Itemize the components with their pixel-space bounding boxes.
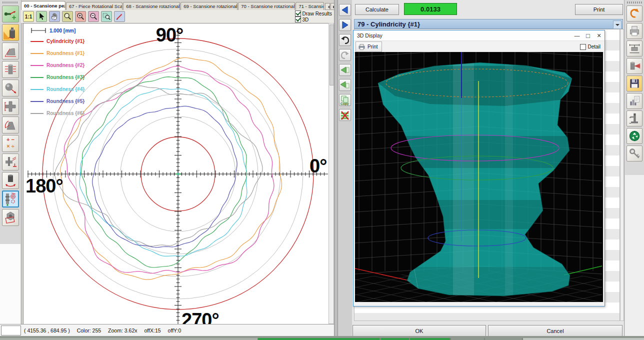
results-panel: Calculate 0.0133 Print 79 - Cylindricity… (352, 0, 624, 338)
angle-measure-icon[interactable] (2, 116, 19, 134)
chevron-down-icon[interactable] (613, 20, 622, 29)
taskbar-segment[interactable] (523, 338, 644, 340)
insert-after-icon (340, 80, 350, 90)
zoom-in-button[interactable] (75, 11, 86, 22)
minimize-button[interactable]: — (572, 31, 582, 40)
legend-label: Roundness {#1} (46, 50, 84, 56)
zoom-1-1-button[interactable]: 1:1 (23, 11, 34, 22)
tolerance-icon[interactable] (2, 154, 19, 170)
dialog-print-button[interactable]: Print (356, 42, 382, 52)
tab-scansione-rotazionale-4[interactable]: 70 - Scansione rotazionale {#4} (238, 2, 295, 10)
legend-roundness-2[interactable]: Roundness {#2} (30, 62, 84, 68)
nav-back-button[interactable] (339, 4, 351, 16)
pan-hand-button[interactable] (49, 11, 60, 22)
redo-action-icon[interactable] (626, 6, 642, 22)
legend-roundness-4[interactable]: Roundness {#4} (30, 86, 84, 92)
calculate-button[interactable]: Calculate (355, 4, 399, 15)
status-offx: offX:15 (144, 328, 160, 334)
left-toolbar: + − × ÷ (0, 0, 22, 324)
legend-label: Roundness {#6} (46, 110, 84, 116)
undo-button[interactable] (339, 34, 351, 46)
tab-scansione-rotazionale-3[interactable]: 69 - Scansione rotazionale {#3} (180, 2, 238, 10)
zoom-out-button[interactable] (88, 11, 99, 22)
reference-measure-icon[interactable] (2, 6, 19, 22)
dimension-icon[interactable] (626, 40, 642, 56)
nut-measure-icon[interactable] (2, 209, 19, 226)
refresh-rotation-icon[interactable] (626, 128, 642, 144)
print-tool-icon[interactable] (626, 23, 642, 39)
panel-splitter[interactable] (334, 0, 338, 336)
legend-swatch (30, 53, 44, 54)
measure-line-button[interactable] (114, 11, 125, 22)
tab-scroll-left-icon[interactable] (325, 3, 330, 10)
taskbar-segment[interactable] (410, 338, 450, 340)
maximize-button[interactable]: □ (582, 31, 594, 40)
taskbar-segment[interactable] (381, 338, 409, 340)
sphere-measure-icon[interactable] (2, 80, 19, 96)
tab-scansione-pezzo-1[interactable]: 00 - Scansione pezzo 1 (21, 1, 66, 10)
draw-results-checkbox[interactable]: Draw Results (295, 10, 332, 16)
nav-forward-button[interactable] (339, 19, 351, 31)
save-icon[interactable] (626, 76, 642, 92)
status-offy: offY:0 (168, 328, 182, 334)
license-key-icon[interactable] (626, 146, 642, 162)
undo-icon (340, 34, 350, 46)
cross-section-icon[interactable] (2, 98, 19, 115)
pan-hand-icon (50, 12, 59, 21)
fixture-icon[interactable] (626, 110, 642, 126)
legend-roundness-3[interactable]: Roundness {#3} (30, 74, 84, 80)
probe-measure-icon[interactable] (626, 58, 642, 74)
delete-button[interactable] (339, 109, 351, 121)
3d-checkbox[interactable]: 3D (295, 16, 332, 22)
toolbar-grip[interactable] (2, 2, 18, 4)
left-toolbar-filler (0, 244, 20, 324)
legend-roundness-6[interactable]: Roundness {#6} (30, 110, 84, 116)
legend-roundness-1[interactable]: Roundness {#1} (30, 50, 84, 56)
redo-button[interactable] (339, 49, 351, 61)
arc-measure-glyph (4, 174, 18, 188)
insert-after-button[interactable] (339, 79, 351, 91)
save-glyph (628, 77, 641, 90)
math-operations-icon[interactable]: + − × ÷ (2, 135, 19, 152)
cylinder-measure-icon[interactable] (2, 61, 19, 78)
cursor-button[interactable] (36, 11, 47, 22)
plot-scrollbar-thumb[interactable] (330, 24, 334, 86)
arc-measure-icon[interactable] (2, 172, 19, 189)
profile-icon[interactable] (2, 42, 19, 60)
angle-label-90: 90° (150, 24, 190, 46)
3d-display-title: 3D Display (357, 32, 382, 38)
taskbar-segment[interactable] (451, 338, 484, 340)
reference-measure-glyph (4, 7, 18, 21)
taskbar-segment[interactable] (485, 338, 522, 340)
alignment-icon[interactable] (2, 24, 19, 41)
print-button[interactable]: Print (575, 4, 623, 15)
3d-scene-svg (355, 52, 603, 302)
report-charts-icon[interactable] (626, 93, 642, 109)
feature-dropdown[interactable]: 79 - Cylindricity {#1} (354, 19, 623, 29)
tab-piece-rotational-scan-1[interactable]: 67 - Piece Rotational Scan {#1} (66, 2, 122, 10)
detail-checkbox[interactable]: Detail (580, 44, 600, 50)
tab-scansione-rotazionale-5[interactable]: 71 - Scansione rotazionale (296, 2, 324, 10)
results-list-scrollbar[interactable] (620, 29, 624, 321)
taskbar-segment[interactable] (0, 338, 258, 340)
ok-button[interactable]: OK (352, 325, 486, 337)
legend-roundness-5[interactable]: Roundness {#5} (30, 98, 84, 104)
3d-display-titlebar[interactable]: 3D Display — □ × (354, 30, 604, 41)
close-button[interactable]: × (594, 31, 604, 40)
zoom-window-button[interactable] (101, 11, 112, 22)
zoom-button[interactable] (62, 11, 73, 22)
nav-forward-icon (340, 20, 350, 30)
tab-scansione-rotazionale-2[interactable]: 68 - Scansione rotazionale {#2} (123, 2, 180, 10)
plot-vertical-scrollbar[interactable] (328, 23, 334, 324)
right-toolbar-grip[interactable] (627, 2, 642, 4)
legend-cylindricity-1[interactable]: Cylindricity {#1} (30, 38, 84, 44)
taskbar-segment[interactable] (258, 338, 380, 340)
polar-plot-area[interactable]: 90° 0° 180° 270° 1.000 [mm] Cylindricity… (23, 23, 328, 325)
3d-viewport[interactable] (355, 52, 603, 302)
nav-back-icon (340, 4, 350, 16)
copy-button[interactable]: Copy (339, 94, 351, 106)
insert-before-button[interactable] (339, 64, 351, 76)
cursor-icon (37, 12, 46, 21)
roundness-scan-icon[interactable] (2, 190, 19, 208)
cancel-button[interactable]: Cancel (488, 325, 622, 337)
